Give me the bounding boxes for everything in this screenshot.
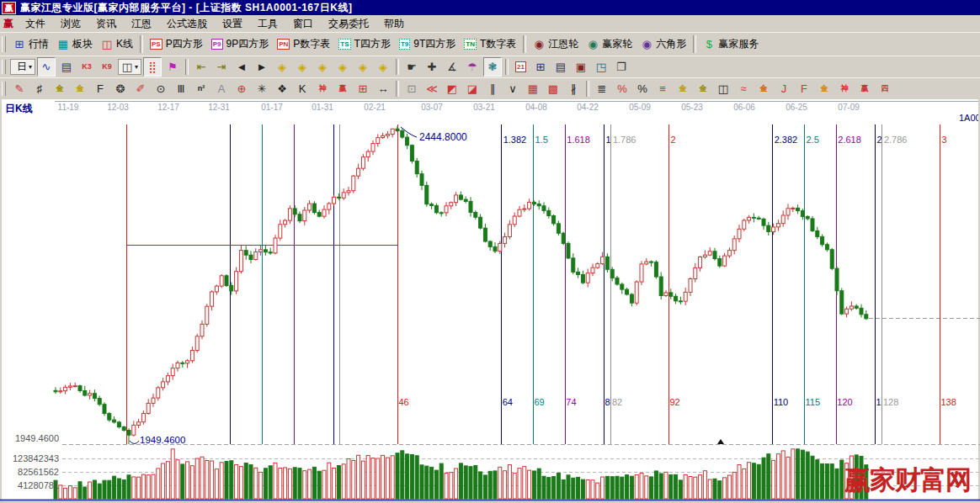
menu-item-9[interactable]: 帮助 [376, 15, 412, 33]
menu-item-2[interactable]: 资讯 [88, 15, 124, 33]
flag-icon[interactable]: ⚑ [163, 57, 182, 77]
crosshair-icon[interactable]: ✚ [423, 57, 441, 77]
time-division-icon[interactable]: Ⅲ [172, 79, 190, 98]
9t-square-button[interactable]: T99T四方形 [396, 34, 459, 54]
j-angle-icon[interactable]: J [775, 79, 793, 98]
grid-tool-icon[interactable]: ♯ [30, 79, 49, 98]
menu-item-5[interactable]: 设置 [215, 15, 250, 33]
chart-canvas[interactable]: 461.382641.5691.61874181.786822922.38211… [0, 99, 980, 503]
gann-wheel-button[interactable]: ◉江恩轮 [530, 34, 582, 54]
shen-grid-icon[interactable]: 神 [313, 79, 332, 98]
wave-chart-icon[interactable]: ∿ [37, 57, 56, 77]
candle-pen-icon[interactable]: ◫ [714, 79, 732, 98]
print-icon[interactable]: ❐ [612, 57, 631, 77]
f-grid-icon[interactable]: F [91, 79, 109, 98]
k-notation-icon[interactable]: K [293, 79, 312, 98]
n-square-icon[interactable]: n² [192, 79, 210, 98]
compress-v-icon[interactable]: ◈ [293, 57, 312, 77]
box-select-icon[interactable]: ⊡ [402, 79, 421, 98]
expand-all-icon[interactable]: ◈ [354, 57, 372, 77]
sectors-button-label: 板块 [72, 37, 93, 51]
percent-drop-icon[interactable]: % [613, 79, 631, 98]
gold-angle-icon[interactable]: 金 [815, 79, 834, 98]
p-square-button[interactable]: PSP四方形 [146, 34, 206, 54]
compress-h-icon[interactable]: ◈ [273, 57, 291, 77]
shen-angle-icon[interactable]: 神 [835, 79, 854, 98]
pen-tool-icon[interactable]: ✎ [10, 79, 29, 98]
parallel-lines-icon[interactable]: ∥ [483, 79, 502, 98]
notes-icon[interactable]: ▤ [551, 57, 570, 77]
gann-bars-icon[interactable]: ≣ [593, 79, 611, 98]
rays-icon[interactable]: ∦ [564, 79, 583, 98]
k3-chart-icon[interactable]: K3 [77, 57, 96, 77]
gold-grid-icon[interactable]: 金 [51, 79, 69, 98]
drag-hand-icon[interactable]: ☛ [402, 57, 421, 77]
pattern-grid-icon[interactable]: ⣿ [143, 57, 162, 77]
service-button[interactable]: $赢家服务 [700, 34, 762, 54]
spiral-icon[interactable]: ❂ [111, 79, 130, 98]
percent-levels-icon[interactable]: ≡ [653, 79, 672, 98]
report-icon[interactable]: ▤ [57, 57, 76, 77]
next-bar-icon[interactable]: ► [253, 57, 271, 77]
menu-item-8[interactable]: 交易委托 [321, 15, 376, 33]
h-expand-icon[interactable]: ↔ [374, 79, 392, 98]
boxed-fan-icon[interactable]: ◩ [443, 79, 461, 98]
boxed-web-icon[interactable]: ❖ [273, 79, 291, 98]
quotes-button[interactable]: ⊞行情 [10, 34, 52, 54]
f-angle-icon[interactable]: F [795, 79, 813, 98]
t-square-button[interactable]: TST四方形 [335, 34, 394, 54]
save-icon[interactable]: ▣ [572, 57, 590, 77]
p-table-button[interactable]: PNP数字表 [274, 34, 333, 54]
k9-chart-icon[interactable]: K9 [98, 57, 116, 77]
restore-view-icon[interactable]: ◈ [374, 57, 392, 77]
pattern-match-icon[interactable]: ❃ [483, 57, 502, 77]
kline-button[interactable]: ◫K线 [98, 34, 136, 54]
red-grid-icon[interactable]: ▦ [524, 79, 542, 98]
menu-item-6[interactable]: 工具 [250, 15, 285, 33]
circle-cross-icon[interactable]: ⊕ [232, 79, 251, 98]
spider-web-icon[interactable]: ✳ [253, 79, 271, 98]
menu-item-0[interactable]: 文件 [18, 15, 53, 33]
toolbar-handle[interactable] [2, 36, 6, 52]
angle-measure-icon[interactable]: ∡ [443, 57, 461, 77]
export-icon[interactable]: ◳ [592, 57, 610, 77]
gold-circle-icon[interactable]: 金 [674, 79, 692, 98]
9p-square-button[interactable]: P99P四方形 [208, 34, 272, 54]
toolbar-handle[interactable] [2, 82, 6, 97]
candle-style-selector[interactable]: ◫▾ [118, 59, 141, 75]
gold-levels-icon[interactable]: 金 [694, 79, 712, 98]
red-grid-2-icon[interactable]: ▩ [544, 79, 562, 98]
t-table-button[interactable]: TNT数字表 [461, 34, 519, 54]
wave-levels-icon[interactable]: ≈ [734, 79, 753, 98]
calendar-icon[interactable]: 21 [512, 57, 530, 77]
expand-h-icon[interactable]: ◈ [313, 57, 332, 77]
gold-grid-2-icon[interactable]: 金 [71, 79, 89, 98]
percent-icon[interactable]: % [633, 79, 652, 98]
calculator-icon[interactable]: ⊞ [531, 57, 550, 77]
boxed-rays-icon[interactable]: ◪ [463, 79, 482, 98]
menu-item-1[interactable]: 浏览 [53, 15, 88, 33]
zigzag-icon[interactable]: ∨ [503, 79, 522, 98]
winner-wheel-button[interactable]: ◉赢家轮 [583, 34, 636, 54]
ruler-grid-icon[interactable]: ⊞ [354, 79, 372, 98]
cloud-tool-icon[interactable]: ☂ [463, 57, 482, 77]
pen-angle-icon[interactable]: ✐ [131, 79, 150, 98]
hexagon-button[interactable]: ◉六角形 [637, 34, 690, 54]
menu-item-3[interactable]: 江恩 [124, 15, 159, 33]
prev-bar-icon[interactable]: ◄ [232, 57, 251, 77]
menu-item-4[interactable]: 公式选股 [159, 15, 215, 33]
first-page-icon[interactable]: ⇤ [192, 57, 210, 77]
menu-item-7[interactable]: 窗口 [285, 15, 321, 33]
expand-v-icon[interactable]: ◈ [333, 57, 352, 77]
circle-cycle-icon[interactable]: ⊙ [152, 79, 170, 98]
ying-angle-icon[interactable]: 赢 [855, 79, 874, 98]
ying-grid-icon[interactable]: 赢 [333, 79, 352, 98]
last-page-icon[interactable]: ⇥ [212, 57, 231, 77]
sectors-button[interactable]: ▦板块 [54, 34, 96, 54]
four-angle-icon[interactable]: 四 [876, 79, 894, 98]
gann-fan-icon[interactable]: ≪ [423, 79, 441, 98]
toolbar-handle[interactable] [2, 60, 6, 75]
gold-underline-icon[interactable]: 金 [754, 79, 773, 98]
period-selector[interactable]: 日▾ [10, 59, 35, 75]
mirror-angle-icon[interactable]: A [212, 79, 231, 98]
